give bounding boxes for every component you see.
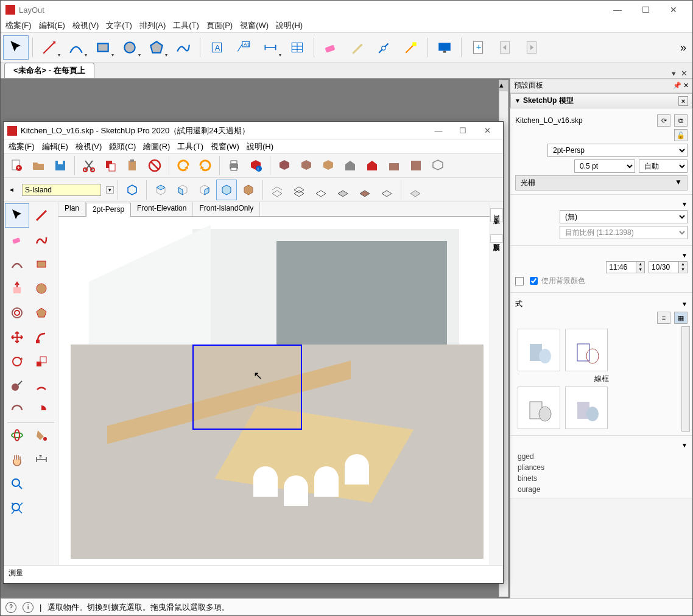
su-menu-draw[interactable]: 繪圖(R) bbox=[143, 141, 170, 152]
scene-select[interactable]: 2pt-Persp bbox=[547, 144, 688, 157]
tag-item[interactable]: ourage bbox=[515, 484, 688, 495]
collapse-icon-3[interactable]: ▼ bbox=[681, 301, 688, 307]
style-xray-button[interactable] bbox=[267, 180, 287, 200]
menu-pages[interactable]: 頁面(P) bbox=[206, 20, 233, 31]
scene-tab-front[interactable]: Front-Elevation bbox=[131, 202, 193, 216]
style-thumb-1[interactable] bbox=[518, 329, 560, 371]
menu-file[interactable]: 檔案(F) bbox=[5, 20, 32, 31]
su-rotate-tool[interactable] bbox=[5, 349, 29, 374]
document-tab[interactable]: <未命名> - 在每頁上 bbox=[4, 63, 94, 78]
tray-2[interactable]: 預設面版 bbox=[490, 234, 503, 243]
sketchup-viewport[interactable]: ↖ bbox=[58, 217, 490, 565]
su-minimize-button[interactable]: — bbox=[426, 126, 451, 135]
view-top-button[interactable] bbox=[150, 180, 171, 200]
su-delete-button[interactable] bbox=[144, 155, 165, 176]
style-tool[interactable] bbox=[345, 35, 370, 60]
label-tool[interactable]: A1 bbox=[231, 35, 256, 60]
su-ext-button[interactable] bbox=[362, 155, 382, 176]
table-tool[interactable] bbox=[284, 35, 310, 60]
su-arc-tool[interactable] bbox=[5, 252, 29, 276]
scene-prev-icon[interactable]: ◄ bbox=[9, 186, 15, 193]
su-print-button[interactable] bbox=[223, 155, 244, 176]
section-close-icon[interactable]: × bbox=[678, 96, 688, 106]
su-followme-tool[interactable] bbox=[29, 325, 54, 349]
su-orbit-tool[interactable] bbox=[5, 423, 29, 447]
menu-help[interactable]: 說明(H) bbox=[276, 20, 303, 31]
su-tape-tool[interactable] bbox=[5, 374, 29, 398]
su-menu-edit[interactable]: 編輯(E) bbox=[42, 141, 68, 152]
add-page-button[interactable]: + bbox=[465, 35, 491, 60]
scene-tab-plan[interactable]: Plan bbox=[58, 202, 86, 216]
su-menu-file[interactable]: 檔案(F) bbox=[9, 141, 35, 152]
su-freehand-tool[interactable] bbox=[29, 228, 54, 252]
su-menu-tools[interactable]: 工具(T) bbox=[177, 141, 203, 152]
collapse-icon-4[interactable]: ▼ bbox=[681, 442, 688, 449]
su-menu-camera[interactable]: 鏡頭(C) bbox=[109, 141, 136, 152]
style-wire-button[interactable] bbox=[289, 180, 309, 200]
menu-tools[interactable]: 工具(T) bbox=[173, 20, 199, 31]
presentation-tool[interactable] bbox=[432, 35, 457, 60]
minimize-button[interactable]: — bbox=[603, 1, 631, 19]
list-view-button[interactable]: ≡ bbox=[657, 312, 670, 324]
view-left-button[interactable] bbox=[238, 180, 259, 200]
su-save-button[interactable] bbox=[50, 155, 71, 176]
tab-dropdown-icon[interactable]: ▾ bbox=[672, 69, 676, 78]
su-undo-button[interactable] bbox=[173, 155, 194, 176]
su-menu-view[interactable]: 檢視(V) bbox=[76, 141, 102, 152]
join-tool[interactable] bbox=[398, 35, 424, 60]
pin-icon[interactable]: 📌 ✕ bbox=[673, 82, 689, 89]
grid-view-button[interactable]: ▦ bbox=[674, 312, 688, 324]
freehand-tool[interactable] bbox=[171, 35, 196, 60]
su-new-button[interactable]: + bbox=[6, 155, 27, 176]
su-zoom-tool[interactable] bbox=[5, 472, 29, 496]
style-thumb-3[interactable] bbox=[518, 387, 560, 429]
su-menu-help[interactable]: 說明(H) bbox=[247, 141, 273, 152]
refresh-button[interactable]: ⟳ bbox=[657, 114, 670, 127]
status-icon-2[interactable]: i bbox=[23, 602, 33, 613]
su-3ptarc-tool[interactable] bbox=[5, 398, 29, 422]
tab-close-icon[interactable]: ✕ bbox=[681, 69, 688, 78]
tray-1[interactable]: 圖版 1 bbox=[490, 208, 503, 222]
menu-text[interactable]: 文字(T) bbox=[106, 20, 132, 31]
su-open-button[interactable] bbox=[28, 155, 49, 176]
raster-row[interactable]: 光柵 ▼ bbox=[515, 175, 688, 191]
style-thumb-2[interactable] bbox=[565, 329, 608, 371]
scene-tab-2pt[interactable]: 2pt-Persp bbox=[86, 203, 131, 217]
rectangle-tool[interactable]: ▾ bbox=[90, 35, 116, 60]
su-scale-tool[interactable] bbox=[29, 349, 54, 374]
styles-scrollbar[interactable] bbox=[681, 326, 690, 432]
collapse-icon[interactable]: ▼ bbox=[681, 201, 688, 208]
eraser-tool[interactable] bbox=[318, 35, 343, 60]
view-iso-button[interactable] bbox=[122, 180, 142, 200]
su-share-button[interactable] bbox=[318, 155, 339, 176]
scene-combo[interactable] bbox=[22, 184, 101, 196]
su-close-button[interactable]: ✕ bbox=[475, 126, 499, 135]
su-move-tool[interactable] bbox=[5, 325, 29, 349]
su-line-tool[interactable] bbox=[29, 203, 54, 228]
lock-button[interactable]: 🔓 bbox=[674, 129, 688, 141]
style-mono-button[interactable] bbox=[376, 180, 397, 200]
view-back-button[interactable] bbox=[216, 180, 237, 200]
su-pan-tool[interactable] bbox=[5, 447, 29, 472]
su-cut-button[interactable] bbox=[79, 155, 99, 176]
su-component-button[interactable] bbox=[296, 155, 317, 176]
su-poly-tool[interactable] bbox=[29, 301, 54, 325]
arc-tool[interactable]: ▾ bbox=[63, 35, 89, 60]
tag-item[interactable]: gged bbox=[515, 451, 688, 462]
dimension-tool[interactable]: ▾ bbox=[258, 35, 283, 60]
su-paste-button[interactable] bbox=[122, 155, 143, 176]
menu-edit[interactable]: 編輯(E) bbox=[39, 20, 65, 31]
su-select-tool[interactable] bbox=[5, 203, 29, 228]
su-2ptarc-tool[interactable] bbox=[29, 374, 54, 398]
scene-dropdown-icon[interactable]: ▾ bbox=[106, 186, 114, 194]
su-zoomext-tool[interactable] bbox=[5, 496, 29, 520]
menu-window[interactable]: 視窗(W) bbox=[240, 20, 269, 31]
tag-item[interactable]: pliances bbox=[515, 462, 688, 473]
su-circle-tool[interactable] bbox=[29, 276, 54, 301]
layout-canvas[interactable]: ▴ Kitchen_LO_v16.skp - SketchUp Pro 2020… bbox=[1, 79, 510, 598]
status-icon-1[interactable]: ? bbox=[5, 602, 16, 613]
su-ext3-button[interactable] bbox=[427, 155, 448, 176]
su-redo-button[interactable] bbox=[195, 155, 216, 176]
line-weight-select[interactable]: 0.5 pt bbox=[574, 159, 635, 173]
style-shaded-button[interactable] bbox=[332, 180, 353, 200]
